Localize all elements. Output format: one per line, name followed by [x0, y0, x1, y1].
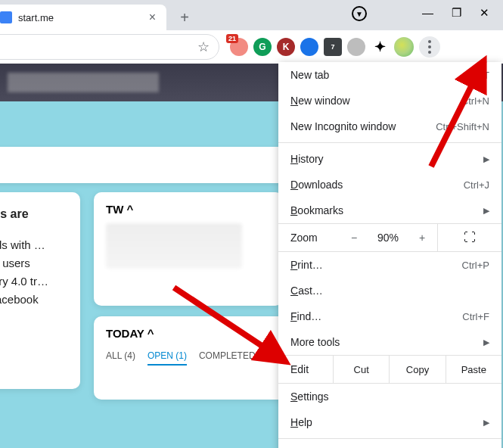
card-left-line: acebook [0, 291, 67, 309]
menu-shortcut: Ctrl+F [462, 311, 489, 322]
fullscreen-button[interactable]: ⛶ [437, 224, 501, 251]
browser-toolbar: ☆ 21 G K 7 ✦ [0, 30, 503, 64]
menu-shortcut: Ctrl+J [464, 179, 489, 191]
bookmark-star-icon[interactable]: ☆ [197, 39, 210, 55]
menu-exit[interactable]: Exit [278, 442, 501, 448]
chrome-menu: New tab Ctrl+T New window Ctrl+N New Inc… [278, 62, 501, 448]
edit-copy-button[interactable]: Copy [389, 356, 445, 383]
chevron-right-icon: ▶ [483, 418, 489, 428]
tab-title: start.me [18, 12, 146, 23]
menu-shortcut: Ctrl+T [462, 70, 489, 81]
menu-shortcut: Ctrl+N [461, 95, 489, 107]
omnibox[interactable]: ☆ [0, 34, 219, 60]
menu-label: Bookmarks [290, 204, 477, 216]
menu-label: Help [290, 416, 477, 428]
window-minimize-button[interactable]: — [422, 6, 433, 20]
menu-label: Cast… [290, 285, 489, 297]
tab-close-button[interactable]: × [146, 11, 159, 24]
new-tab-button[interactable]: + [174, 7, 195, 28]
card-today-title[interactable]: TODAY ^ [106, 327, 278, 340]
extensions-row: 21 G K 7 ✦ [230, 36, 440, 58]
profile-avatar[interactable] [394, 37, 414, 57]
menu-settings[interactable]: Settings [278, 384, 501, 409]
card-left-line: try 4.0 tr… [0, 272, 67, 291]
menu-label: New window [290, 95, 461, 107]
menu-bookmarks[interactable]: Bookmarks ▶ [278, 198, 501, 223]
card-today: TODAY ^ ALL (4) OPEN (1) COMPLETED (3) [94, 316, 290, 400]
zoom-out-button[interactable]: − [339, 232, 369, 244]
card-tw-content [106, 223, 242, 269]
card-tw-title[interactable]: TW ^ [106, 203, 271, 216]
menu-label: New tab [290, 69, 462, 81]
menu-label: Downloads [290, 179, 464, 191]
menu-label: More tools [290, 336, 477, 348]
menu-cast[interactable]: Cast… [278, 278, 501, 303]
edit-paste-button[interactable]: Paste [446, 356, 501, 383]
zoom-in-button[interactable]: + [407, 232, 437, 244]
menu-label: Find… [290, 310, 462, 322]
extensions-button[interactable]: ✦ [371, 38, 389, 56]
card-left: rs are ds with … r users try 4.0 tr… ace… [0, 192, 80, 389]
zoom-value: 90% [369, 232, 407, 244]
chevron-right-icon: ▶ [483, 154, 489, 164]
edit-cut-button[interactable]: Cut [333, 356, 389, 383]
menu-print[interactable]: Print… Ctrl+P [278, 252, 501, 278]
menu-history[interactable]: History ▶ [278, 146, 501, 172]
menu-separator [278, 438, 501, 439]
browser-titlebar: start.me × + ▼ — ❐ ✕ [0, 0, 503, 30]
window-maximize-button[interactable]: ❐ [452, 6, 461, 20]
edit-label: Edit [278, 356, 333, 383]
header-blur [8, 73, 159, 92]
browser-tab[interactable]: start.me × [0, 5, 166, 30]
menu-edit-row: Edit Cut Copy Paste [278, 355, 501, 384]
menu-shortcut: Ctrl+Shift+N [436, 121, 489, 132]
extension-icon[interactable]: 21 [230, 38, 248, 56]
menu-label: History [290, 153, 477, 165]
extension-icon[interactable]: 7 [324, 38, 342, 56]
menu-new-tab[interactable]: New tab Ctrl+T [278, 62, 501, 88]
card-left-title: rs are [0, 204, 67, 224]
menu-label: Settings [290, 390, 489, 403]
menu-incognito[interactable]: New Incognito window Ctrl+Shift+N [278, 114, 501, 139]
today-tab-all[interactable]: ALL (4) [106, 350, 135, 366]
tab-favicon [0, 11, 12, 23]
card-left-line: r users [0, 254, 67, 272]
today-tab-open[interactable]: OPEN (1) [147, 350, 187, 366]
menu-downloads[interactable]: Downloads Ctrl+J [278, 172, 501, 198]
card-left-line: ds with … [0, 236, 67, 254]
chrome-menu-button[interactable] [419, 36, 440, 58]
extension-icon[interactable]: G [253, 38, 272, 56]
extension-icon[interactable] [300, 38, 318, 56]
chevron-right-icon: ▶ [483, 338, 489, 347]
menu-find[interactable]: Find… Ctrl+F [278, 303, 501, 329]
menu-new-window[interactable]: New window Ctrl+N [278, 88, 501, 114]
extension-icon[interactable] [347, 38, 365, 56]
window-close-button[interactable]: ✕ [480, 6, 489, 20]
card-tw: TW ^ [94, 192, 283, 306]
window-controls: — ❐ ✕ [408, 0, 503, 26]
menu-label: Print… [290, 259, 462, 271]
menu-help[interactable]: Help ▶ [278, 409, 501, 435]
today-tab-completed[interactable]: COMPLETED (3) [199, 350, 269, 366]
extension-icon[interactable]: K [277, 38, 295, 56]
zoom-label: Zoom [278, 232, 339, 244]
chevron-right-icon: ▶ [483, 206, 489, 216]
menu-more-tools[interactable]: More tools ▶ [278, 329, 501, 355]
extension-badge: 21 [226, 34, 238, 43]
today-tabs: ALL (4) OPEN (1) COMPLETED (3) [106, 350, 278, 366]
menu-label: New Incognito window [290, 120, 436, 132]
menu-zoom-row: Zoom − 90% + ⛶ [278, 223, 501, 252]
download-indicator-icon[interactable]: ▼ [352, 6, 367, 21]
menu-separator [278, 142, 501, 143]
menu-shortcut: Ctrl+P [462, 260, 489, 271]
